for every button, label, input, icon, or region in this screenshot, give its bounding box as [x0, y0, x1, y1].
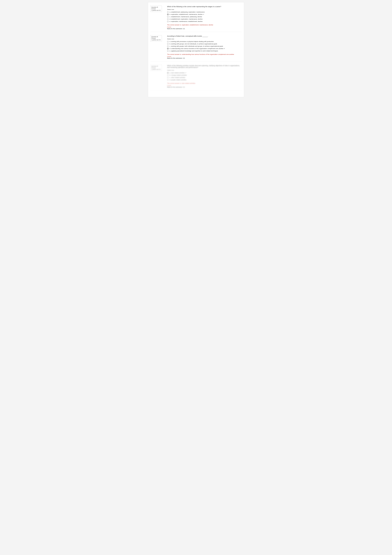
- question-5-select-label: Select one:: [167, 69, 242, 71]
- radio-5c: [167, 77, 169, 78]
- list-item[interactable]: b. exploration; establishment; maintenan…: [167, 14, 242, 15]
- question-4-options: a. working with processes or physical ob…: [167, 41, 242, 52]
- list-item[interactable]: e. exploration; maintenance; establishme…: [167, 21, 242, 22]
- option-3b-text: b. exploration; establishment; maintenan…: [170, 14, 203, 15]
- question-3-correct-answer: The correct answer is: exploration; esta…: [167, 24, 242, 26]
- checkmark-5a: ✔: [185, 72, 186, 74]
- option-4d-text: d. understanding how various functions o…: [170, 48, 223, 49]
- radio-3c[interactable]: [167, 16, 169, 18]
- radio-4c[interactable]: [167, 45, 169, 47]
- question-3-points: 1 points out of 1: [151, 10, 161, 11]
- question-prefix-4: Question: [151, 36, 157, 37]
- list-item[interactable]: a. establishment; plateauing; exploratio…: [167, 11, 242, 13]
- question-4-box: Question 4 Correct 1 points out of 1: [150, 35, 162, 41]
- option-4b-text: b. working with groups, but not individu…: [170, 43, 217, 45]
- question-5-box: Question 5 Correct 1 points out of 1: [150, 65, 162, 71]
- question-3-select-label: Select one:: [167, 9, 242, 10]
- question-3-content: Which of the following is the correct or…: [167, 6, 242, 29]
- question-5-number: 5: [157, 66, 158, 67]
- list-item: b. change-related activities: [167, 74, 242, 76]
- radio-4a[interactable]: [167, 41, 169, 42]
- question-3-options: a. establishment; plateauing; exploratio…: [167, 11, 242, 22]
- list-item[interactable]: c. establishment; maintenance; plateauin…: [167, 16, 242, 18]
- question-5-options: a. task-related activities ✔ b. change-r…: [167, 72, 242, 81]
- question-4-text: According to Robert Katz, conceptual ski…: [167, 35, 242, 37]
- radio-5d: [167, 79, 169, 81]
- radio-3a[interactable]: [167, 11, 169, 13]
- question-3-text: Which of the following is the correct or…: [167, 6, 242, 7]
- list-item[interactable]: e. applying specialized knowledge and ex…: [167, 50, 242, 52]
- question-5-content: Which of the following activities includ…: [167, 65, 242, 88]
- question-5-correct-answer: The correct answer is: task-related acti…: [167, 82, 242, 84]
- option-5b-text: b. change-related activities: [170, 74, 187, 76]
- option-4a-text: a. working with processes or physical ob…: [170, 41, 214, 42]
- checkmark-4d: ✔: [224, 48, 225, 49]
- list-item[interactable]: d. understanding how various functions o…: [167, 48, 242, 49]
- list-item[interactable]: c. working with people, both individuals…: [167, 45, 242, 47]
- radio-5b: [167, 74, 169, 76]
- option-5d-text: d. people-related activities: [170, 79, 186, 81]
- radio-3b[interactable]: [167, 14, 169, 15]
- radio-5a: [167, 72, 169, 74]
- list-item: c. other-related activities: [167, 77, 242, 78]
- radio-4b[interactable]: [167, 43, 169, 45]
- question-4-marks: Marks for this submission: 1/1.: [167, 58, 242, 59]
- question-4-number: 4: [157, 36, 158, 37]
- question-3-label: Question 3: [151, 7, 158, 8]
- question-5-text: Which of the following activities includ…: [167, 65, 242, 68]
- question-prefix-3: Question: [151, 7, 157, 8]
- list-item[interactable]: d. establishment; exploration; maintenan…: [167, 18, 242, 20]
- question-3-feedback: Correct: [167, 26, 242, 28]
- option-5a-text: a. task-related activities: [170, 72, 185, 74]
- question-5-status: Correct: [151, 67, 156, 69]
- option-3e-text: e. exploration; maintenance; establishme…: [170, 21, 203, 22]
- question-block-3: Question 3 Correct 1 points out of 1 Whi…: [150, 6, 242, 32]
- checkmark-3b: ✔: [203, 14, 204, 15]
- list-item[interactable]: a. working with processes or physical ob…: [167, 41, 242, 42]
- list-item[interactable]: b. working with groups, but not individu…: [167, 43, 242, 45]
- question-3-box: Question 3 Correct 1 points out of 1: [150, 6, 162, 12]
- radio-4e[interactable]: [167, 50, 169, 52]
- option-3a-text: a. establishment; plateauing; exploratio…: [170, 11, 205, 13]
- question-3-status: Correct: [151, 8, 156, 10]
- question-3-sidebar: Question 3 Correct 1 points out of 1: [150, 6, 165, 29]
- question-4-status: Correct: [151, 37, 156, 39]
- question-4-correct-answer: The correct answer is: understanding how…: [167, 53, 242, 55]
- option-5c-text: c. other-related activities: [170, 77, 185, 78]
- question-5-feedback: Correct: [167, 85, 242, 86]
- question-3-marks: Marks for this submission: 1/1.: [167, 28, 242, 29]
- question-4-content: According to Robert Katz, conceptual ski…: [167, 35, 242, 59]
- list-item: d. people-related activities: [167, 79, 242, 81]
- page-container: Question 3 Correct 1 points out of 1 Whi…: [148, 2, 244, 97]
- list-item: a. task-related activities ✔: [167, 72, 242, 74]
- question-4-select-label: Select one:: [167, 38, 242, 40]
- radio-4d[interactable]: [167, 48, 169, 49]
- question-prefix-5: Question: [151, 66, 157, 67]
- radio-3e[interactable]: [167, 21, 169, 22]
- question-block-4: Question 4 Correct 1 points out of 1 Acc…: [150, 35, 242, 61]
- option-3d-text: d. establishment; exploration; maintenan…: [170, 18, 203, 20]
- question-5-label: Question 5: [151, 66, 158, 67]
- option-3c-text: c. establishment; maintenance; plateauin…: [170, 16, 202, 18]
- question-3-number: 3: [157, 7, 158, 8]
- question-5-points: 1 points out of 1: [151, 69, 161, 70]
- question-block-5: Question 5 Correct 1 points out of 1 Whi…: [150, 65, 242, 90]
- option-4c-text: c. working with people, both individuals…: [170, 45, 223, 47]
- question-4-points: 1 points out of 1: [151, 39, 161, 41]
- question-4-feedback: Correct: [167, 56, 242, 57]
- question-4-sidebar: Question 4 Correct 1 points out of 1: [150, 35, 165, 59]
- question-4-label: Question 4: [151, 36, 158, 37]
- question-5-marks: Marks for this submission: 1/1.: [167, 86, 242, 88]
- option-4e-text: e. applying specialized knowledge and ex…: [170, 50, 218, 52]
- question-5-sidebar: Question 5 Correct 1 points out of 1: [150, 65, 165, 88]
- radio-3d[interactable]: [167, 18, 169, 20]
